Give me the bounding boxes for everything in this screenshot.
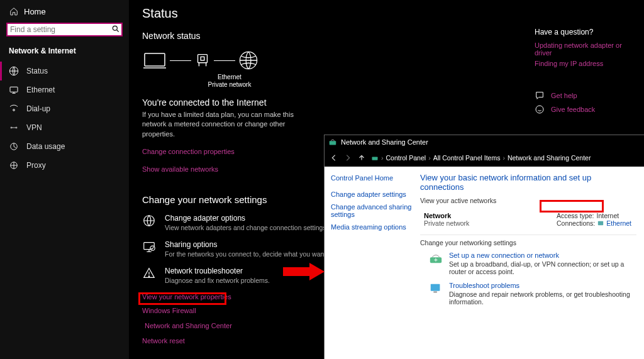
home-icon [9, 6, 19, 16]
cp-task-desc: Diagnose and repair network problems, or… [449, 290, 636, 306]
adapter-icon [142, 214, 156, 228]
get-help-row[interactable]: Get help [535, 91, 635, 101]
svg-point-0 [113, 26, 117, 30]
sidebar-item-datausage[interactable]: Data usage [0, 137, 129, 156]
settings-sidebar: Home Network & Internet Status Ethernet … [0, 0, 129, 359]
cp-address-bar: › Control Panel › All Control Panel Item… [325, 149, 644, 167]
sidebar-item-ethernet[interactable]: Ethernet [0, 80, 129, 99]
svg-rect-28 [372, 157, 378, 160]
svg-rect-27 [330, 141, 336, 145]
svg-rect-33 [433, 292, 437, 293]
svg-text:+: + [434, 257, 438, 263]
sharing-icon [142, 240, 156, 254]
feedback-row[interactable]: Give feedback [535, 104, 635, 114]
sidebar-item-label: Proxy [26, 161, 46, 170]
breadcrumb-item[interactable]: Control Panel [386, 154, 426, 162]
sidebar-item-label: VPN [26, 123, 42, 132]
cp-conn-label: Connections: [557, 219, 595, 227]
search-input[interactable] [6, 23, 123, 36]
feedback-icon [535, 104, 545, 114]
breadcrumb[interactable]: › Control Panel › All Control Panel Item… [371, 154, 591, 162]
cp-task-troubleshoot[interactable]: Troubleshoot problems Diagnose and repai… [420, 282, 636, 306]
breadcrumb-item[interactable]: All Control Panel Items [433, 154, 501, 162]
network-icon [328, 138, 337, 146]
cp-network-name: Network [424, 212, 469, 219]
vpn-icon [9, 123, 19, 133]
proxy-icon [9, 160, 19, 170]
home-nav[interactable]: Home [0, 4, 129, 20]
setting-desc: Diagnose and fix network problems. [165, 277, 270, 284]
globe-icon [238, 50, 259, 71]
forward-icon[interactable] [343, 153, 352, 162]
help-column: Have a question? Updating network adapte… [535, 28, 635, 114]
sidebar-item-label: Status [26, 67, 48, 75]
cp-main: View your basic network information and … [419, 167, 644, 359]
svg-rect-14 [198, 55, 208, 63]
cp-side-adapter[interactable]: Change adapter settings [331, 191, 413, 198]
router-icon [194, 52, 211, 69]
svg-rect-12 [145, 53, 165, 66]
status-icon [9, 66, 19, 76]
cp-side-home[interactable]: Control Panel Home [331, 174, 413, 182]
back-icon[interactable] [330, 153, 338, 162]
home-label: Home [24, 7, 46, 16]
cp-side-media[interactable]: Media streaming options [331, 223, 413, 231]
feedback-link[interactable]: Give feedback [551, 106, 595, 113]
troubleshoot-icon [429, 282, 443, 295]
get-help-link[interactable]: Get help [551, 92, 577, 99]
cp-task-title[interactable]: Set up a new connection or network [449, 251, 636, 259]
pc-icon [142, 51, 167, 70]
sidebar-item-vpn[interactable]: VPN [0, 118, 129, 137]
breadcrumb-item[interactable]: Network and Sharing Center [508, 154, 591, 162]
svg-line-1 [117, 30, 119, 32]
svg-rect-17 [201, 57, 204, 60]
ethernet-icon [9, 85, 19, 95]
svg-point-7 [11, 127, 12, 128]
setting-title: Network troubleshooter [165, 267, 270, 275]
show-networks-link[interactable]: Show available networks [142, 165, 218, 173]
help-link-ip[interactable]: Finding my IP address [535, 60, 635, 67]
cp-side-sharing[interactable]: Change advanced sharing settings [331, 203, 413, 218]
cp-window-title: Network and Sharing Center [341, 138, 428, 146]
network-icon [371, 154, 379, 162]
annotation-arrow [282, 263, 326, 280]
cp-title-bar[interactable]: Network and Sharing Center [325, 135, 644, 149]
diagram-label: Ethernet [201, 74, 258, 81]
sidebar-item-status[interactable]: Status [0, 62, 129, 80]
chat-icon [535, 91, 545, 101]
annotation-highlight [138, 292, 226, 305]
cp-task-setup[interactable]: + Set up a new connection or network Set… [420, 251, 636, 275]
help-heading: Have a question? [535, 28, 635, 36]
cp-body: Control Panel Home Change adapter settin… [325, 167, 644, 359]
sidebar-item-label: Ethernet [26, 86, 55, 94]
annotation-highlight [540, 200, 604, 213]
diagram-line [214, 60, 235, 61]
cp-access-value: Internet [597, 212, 619, 219]
cp-task-desc: Set up a broadband, dial-up, or VPN conn… [449, 260, 636, 275]
cp-network-type: Private network [424, 219, 469, 227]
cp-access-label: Access type: [557, 212, 594, 219]
svg-rect-3 [10, 87, 18, 92]
change-connection-properties-link[interactable]: Change connection properties [142, 148, 235, 155]
help-link-adapter[interactable]: Updating network adapter or driver [535, 41, 635, 57]
svg-point-25 [148, 276, 149, 277]
dialup-icon [9, 104, 19, 114]
cp-change-heading: Change your networking settings [420, 239, 636, 246]
svg-rect-32 [431, 284, 440, 291]
cp-ethernet-link[interactable]: Ethernet [606, 219, 631, 227]
svg-rect-29 [598, 221, 603, 226]
sidebar-item-proxy[interactable]: Proxy [0, 156, 129, 175]
data-icon [9, 141, 19, 152]
sidebar-category: Network & Internet [0, 43, 129, 62]
up-icon[interactable] [357, 153, 366, 162]
separator [420, 235, 636, 235]
cp-network-info: Network Private network Access type: Int… [420, 209, 636, 232]
diagram-line [170, 60, 191, 61]
connection-icon: + [429, 251, 443, 265]
cp-task-title[interactable]: Troubleshoot problems [449, 282, 636, 289]
sidebar-item-label: Data usage [26, 142, 65, 151]
diagram-label: Private network [201, 81, 258, 89]
svg-point-26 [536, 106, 543, 113]
sidebar-item-label: Dial-up [26, 104, 50, 113]
sidebar-item-dialup[interactable]: Dial-up [0, 99, 129, 118]
